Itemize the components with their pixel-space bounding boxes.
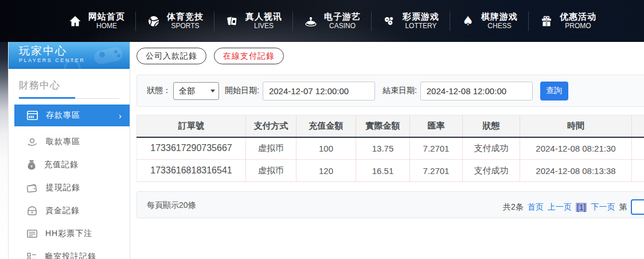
next-page-link[interactable]: 下一页 — [591, 202, 615, 212]
sidebar-item-fund-records[interactable]: 資金記錄 — [9, 199, 130, 222]
end-date-label: 結束日期: — [383, 86, 417, 96]
sidebar-item-hall-bet-records[interactable]: 廳室投註記錄 — [9, 245, 130, 259]
nav-divider — [214, 11, 214, 31]
sidebar-header: 玩家中心 PLAYERS CENTER — [9, 42, 130, 69]
search-button[interactable]: 查詢 — [540, 82, 568, 100]
table-row: 1733617290735667 虚拟币 100 13.75 7.2701 支付… — [137, 137, 644, 160]
nav-item-sports[interactable]: 体育竞技SPORTS — [136, 0, 214, 42]
gamepad-icon — [91, 44, 126, 69]
first-page-link[interactable]: 首页 — [528, 202, 544, 212]
record-list-icon — [27, 253, 37, 259]
current-page-link[interactable]: [1] — [576, 203, 587, 212]
status-label: 狀態： — [147, 86, 171, 96]
nav-item-home[interactable]: 网站首页HOME — [57, 0, 135, 42]
record-tabs: 公司入款記錄 在線支付記錄 — [136, 48, 284, 64]
roulette-icon — [303, 14, 318, 29]
nav-item-promo[interactable]: 优惠活动PROMO — [529, 0, 607, 42]
nav-label-zh: 优惠活动 — [560, 11, 596, 22]
sidebar-item-label: 資金記錄 — [45, 206, 80, 216]
tab-online-payment-records[interactable]: 在線支付記錄 — [214, 48, 284, 64]
cell-exchange-rate: 7.2701 — [410, 137, 463, 160]
col-payment-method: 支付方式 — [246, 115, 296, 137]
records-table: 訂單號 支付方式 充值金額 實際金額 匯率 狀態 時間 173361729073… — [136, 115, 644, 182]
nav-label-en: CASINO — [329, 22, 356, 30]
cell-actual-amount: 13.75 — [356, 137, 410, 160]
svg-text:¥: ¥ — [30, 164, 33, 169]
status-select[interactable]: 全部 — [173, 82, 219, 100]
sidebar-item-label: 存款專區 — [46, 110, 119, 121]
col-order-number: 訂單號 — [137, 115, 246, 137]
nav-label-en: CHESS — [487, 22, 511, 30]
col-status: 狀態 — [463, 115, 520, 137]
nav-item-casino[interactable]: 电子游艺CASINO — [293, 0, 371, 42]
ticket-list-icon — [27, 230, 37, 238]
nav-label-en: SPORTS — [171, 22, 199, 30]
cell-time: 2024-12-08 08:21:30 — [520, 137, 632, 160]
cell-time: 2024-12-08 08:13:38 — [520, 160, 632, 182]
chevron-right-icon: › — [119, 111, 122, 121]
sidebar-item-label: 充值記錄 — [44, 160, 79, 170]
col-extra — [632, 115, 644, 137]
playing-cards-icon — [225, 14, 240, 29]
nav-item-lives[interactable]: 真人视讯LIVES — [214, 0, 292, 42]
prev-page-link[interactable]: 上一页 — [548, 202, 572, 212]
wallet-icon — [27, 184, 38, 192]
money-bag-icon: ¥ — [27, 160, 36, 170]
nav-label-en: PROMO — [565, 22, 591, 30]
goto-page-input[interactable] — [631, 199, 644, 215]
goto-page-label: 第 — [619, 202, 627, 212]
pagination-bar: 每頁顯示20條 共2条 首页 上一页 [1] 下一页 第 — [136, 191, 644, 218]
cell-payment-method: 虚拟币 — [246, 160, 296, 182]
sidebar-item-label: 廳室投註記錄 — [45, 252, 96, 259]
nav-label-en: HOME — [96, 22, 117, 30]
col-recharge-amount: 充值金額 — [296, 115, 356, 137]
nav-label-zh: 彩票游戏 — [403, 11, 439, 22]
sidebar-item-withdrawal-records[interactable]: 提現記錄 — [9, 176, 130, 199]
page-size-text: 每頁顯示20條 — [147, 200, 196, 211]
col-exchange-rate: 匯率 — [410, 115, 463, 137]
cell-order-number: 1733616818316541 — [137, 160, 246, 182]
gift-icon — [539, 14, 554, 29]
nav-label-zh: 体育竞技 — [167, 11, 204, 22]
total-count-text: 共2条 — [503, 202, 524, 212]
section-divider — [19, 97, 119, 99]
withdraw-hand-icon — [27, 137, 38, 147]
nav-label-zh: 真人视讯 — [245, 11, 282, 22]
cell-extra — [632, 137, 644, 160]
sidebar: 玩家中心 PLAYERS CENTER 財務中心 存款專區 › 取款專區 — [8, 42, 130, 259]
nav-label-en: LIVES — [254, 22, 274, 30]
finance-section-title: 財務中心 — [9, 69, 130, 92]
cell-actual-amount: 16.51 — [356, 160, 410, 182]
pager: 共2条 首页 上一页 [1] 下一页 第 — [503, 199, 644, 215]
home-icon — [68, 14, 83, 29]
nav-item-chess[interactable]: ♠ 棋牌游戏CHESS — [450, 0, 528, 42]
col-time: 時間 — [520, 115, 632, 137]
start-date-input[interactable] — [263, 82, 375, 100]
cell-exchange-rate: 7.2701 — [410, 160, 463, 182]
cell-extra — [632, 160, 644, 182]
cell-order-number: 1733617290735667 — [137, 137, 246, 160]
sidebar-item-recharge-records[interactable]: ¥ 充值記錄 — [9, 153, 130, 176]
end-date-input[interactable] — [420, 82, 533, 100]
deposit-card-icon — [27, 111, 38, 120]
nav-divider — [292, 11, 293, 31]
sidebar-item-hh-lottery-bets[interactable]: HH彩票下注 — [9, 222, 130, 245]
cell-recharge-amount: 100 — [296, 137, 356, 160]
filter-bar: 狀態： 全部 開始日期: 結束日期: 查詢 — [136, 75, 644, 107]
cell-payment-method: 虚拟币 — [246, 137, 296, 160]
sidebar-item-deposit[interactable]: 存款專區 › — [14, 105, 130, 126]
nav-item-lottery[interactable]: 彩票游戏LOTTERY — [372, 0, 450, 42]
top-navigation: 网站首页HOME 体育竞技SPORTS 真人视讯LIVES 电子游艺CASINO — [0, 0, 644, 42]
records-table-wrap: 訂單號 支付方式 充值金額 實際金額 匯率 狀態 時間 173361729073… — [136, 115, 644, 182]
sidebar-item-withdraw[interactable]: 取款專區 — [9, 130, 130, 153]
sidebar-item-label: 提現記錄 — [46, 183, 80, 193]
table-row: 1733616818316541 虚拟币 120 16.51 7.2701 支付… — [137, 160, 644, 182]
nav-label-zh: 网站首页 — [88, 11, 125, 22]
tab-company-deposit-records[interactable]: 公司入款記錄 — [136, 48, 206, 64]
table-header-row: 訂單號 支付方式 充值金額 實際金額 匯率 狀態 時間 — [137, 115, 644, 137]
nav-divider — [528, 11, 529, 31]
nav-label-zh: 棋牌游戏 — [481, 11, 518, 22]
nav-label-zh: 电子游艺 — [324, 11, 361, 22]
page-background-gutter — [0, 42, 8, 259]
sports-ball-icon — [146, 14, 161, 29]
